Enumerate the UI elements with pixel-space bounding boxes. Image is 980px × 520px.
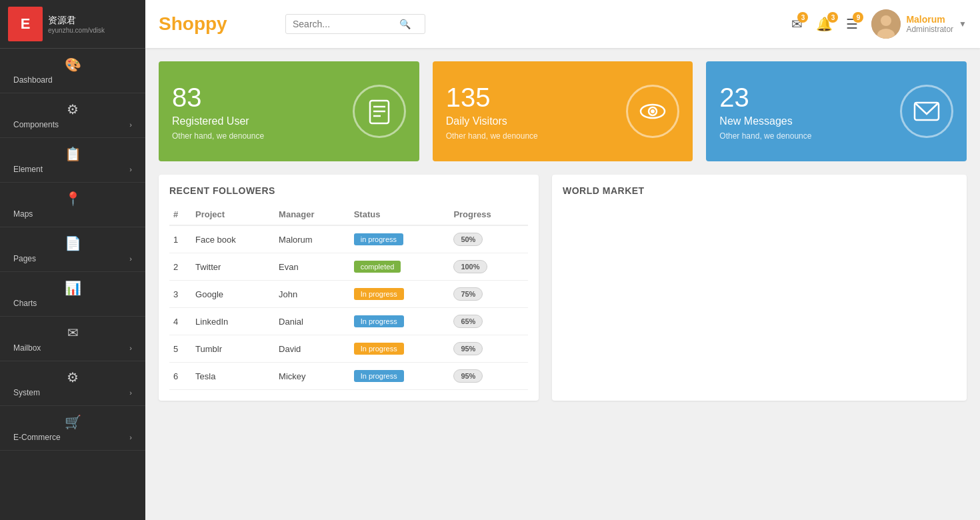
world-market-title: WORLD MARKET <box>563 185 956 196</box>
table-row: 5 Tumblr David In progress 95% <box>169 335 528 363</box>
messages-button[interactable]: ✉ 3 <box>791 16 803 32</box>
user-role: Administrator <box>906 25 953 34</box>
stat-icon-messages <box>900 85 953 138</box>
cell-project: Tesla <box>191 363 275 390</box>
col-progress: Progress <box>449 204 528 225</box>
components-icon: ⚙ <box>67 101 79 117</box>
list-badge: 9 <box>853 12 863 23</box>
cell-status: in progress <box>350 225 450 253</box>
list-button[interactable]: ☰ 9 <box>846 16 858 32</box>
sidebar-item-maps[interactable]: 📍 Maps <box>0 183 145 227</box>
logo-url: eyunzhu.com/vdisk <box>48 27 105 34</box>
bottom-row: RECENT FOLLOWERS # Project Manager Statu… <box>159 175 967 401</box>
user-details: Malorum Administrator <box>906 14 953 34</box>
ecommerce-icon: 🛒 <box>65 414 81 430</box>
charts-icon: 📊 <box>65 280 81 296</box>
cell-progress: 100% <box>449 253 528 281</box>
stat-subtitle-visitors: Other hand, we denounce <box>446 131 538 141</box>
stat-card-users: 83 Registered User Other hand, we denoun… <box>159 61 419 161</box>
stat-card-visitors: 135 Daily Visitors Other hand, we denoun… <box>433 61 693 161</box>
sidebar-item-mailbox[interactable]: ✉ Mailbox › <box>0 317 145 361</box>
sidebar-item-dashboard[interactable]: 🎨 Dashboard <box>0 49 145 93</box>
sidebar-item-ecommerce[interactable]: 🛒 E-Commerce › <box>0 406 145 451</box>
progress-pill: 95% <box>453 342 483 355</box>
cell-project: LinkedIn <box>191 308 275 335</box>
stat-title-visitors: Daily Visitors <box>446 115 538 127</box>
search-icon[interactable]: 🔍 <box>399 19 411 29</box>
sidebar-label-ecommerce: E-Commerce <box>13 433 61 442</box>
status-badge: completed <box>354 261 401 273</box>
avatar <box>871 9 901 39</box>
cell-progress: 95% <box>449 335 528 363</box>
sidebar-item-charts[interactable]: 📊 Charts <box>0 272 145 317</box>
cell-project: Google <box>191 281 275 308</box>
dashboard-icon: 🎨 <box>65 57 81 73</box>
table-header: # Project Manager Status Progress <box>169 204 528 225</box>
sidebar-item-system[interactable]: ⚙ System › <box>0 361 145 406</box>
system-icon: ⚙ <box>67 369 79 385</box>
cell-num: 4 <box>169 308 191 335</box>
header: Shoppy 🔍 ✉ 3 🔔 3 ☰ 9 <box>145 0 980 48</box>
cell-num: 5 <box>169 335 191 363</box>
logo-box: E <box>8 7 43 41</box>
col-num: # <box>169 204 191 225</box>
cell-num: 2 <box>169 253 191 281</box>
cell-project: Face book <box>191 225 275 253</box>
search-input[interactable] <box>293 19 399 29</box>
status-badge: In progress <box>354 288 404 300</box>
cell-project: Twitter <box>191 253 275 281</box>
sidebar-item-element[interactable]: 📋 Element › <box>0 138 145 183</box>
table-row: 2 Twitter Evan completed 100% <box>169 253 528 281</box>
sidebar-label-mailbox: Mailbox <box>13 343 41 353</box>
cell-status: In progress <box>350 335 450 363</box>
cell-num: 3 <box>169 281 191 308</box>
cell-project: Tumblr <box>191 335 275 363</box>
stat-subtitle-messages: Other hand, we denounce <box>719 131 811 141</box>
progress-pill: 95% <box>453 369 483 383</box>
col-project: Project <box>191 204 275 225</box>
user-info[interactable]: Malorum Administrator ▼ <box>871 9 967 39</box>
logo-letter: E <box>21 15 31 33</box>
sidebar-logo: E 资源君 eyunzhu.com/vdisk <box>0 0 145 49</box>
progress-pill: 65% <box>453 315 483 328</box>
cell-progress: 65% <box>449 308 528 335</box>
bell-button[interactable]: 🔔 3 <box>816 16 833 32</box>
sidebar-label-pages: Pages <box>13 254 36 263</box>
search-box[interactable]: 🔍 <box>285 14 425 34</box>
cell-progress: 50% <box>449 225 528 253</box>
chevron-right-icon: › <box>129 165 132 173</box>
status-badge: In progress <box>354 315 404 327</box>
cell-status: In progress <box>350 281 450 308</box>
progress-pill: 100% <box>453 260 487 273</box>
cell-status: completed <box>350 253 450 281</box>
col-status: Status <box>350 204 450 225</box>
stat-icon-visitors <box>626 85 679 138</box>
svg-point-9 <box>651 109 655 113</box>
cell-manager: Mickey <box>275 363 350 390</box>
chevron-down-icon[interactable]: ▼ <box>959 19 967 29</box>
chevron-right-icon: › <box>129 255 132 263</box>
progress-pill: 75% <box>453 287 483 301</box>
followers-section: RECENT FOLLOWERS # Project Manager Statu… <box>159 175 539 401</box>
stat-card-messages: 23 New Messages Other hand, we denounce <box>706 61 967 161</box>
header-icons: ✉ 3 🔔 3 ☰ 9 <box>791 16 858 32</box>
status-badge: In progress <box>354 343 404 355</box>
sidebar-item-pages[interactable]: 📄 Pages › <box>0 227 145 272</box>
stat-title-users: Registered User <box>172 115 264 127</box>
chevron-right-icon: › <box>129 433 132 441</box>
sidebar-label-element: Element <box>13 165 43 174</box>
cell-progress: 75% <box>449 281 528 308</box>
status-badge: in progress <box>354 233 403 245</box>
cell-status: In progress <box>350 308 450 335</box>
sidebar-label-charts: Charts <box>13 299 37 308</box>
table-row: 4 LinkedIn Danial In progress 65% <box>169 308 528 335</box>
stat-subtitle-users: Other hand, we denounce <box>172 131 264 141</box>
logo-chinese: 资源君 <box>48 15 105 27</box>
table-row: 1 Face book Malorum in progress 50% <box>169 225 528 253</box>
sidebar-label-components: Components <box>13 120 59 129</box>
cell-status: In progress <box>350 363 450 390</box>
stat-number-visitors: 135 <box>446 83 538 113</box>
cell-num: 6 <box>169 363 191 390</box>
col-manager: Manager <box>275 204 350 225</box>
sidebar-item-components[interactable]: ⚙ Components › <box>0 93 145 138</box>
